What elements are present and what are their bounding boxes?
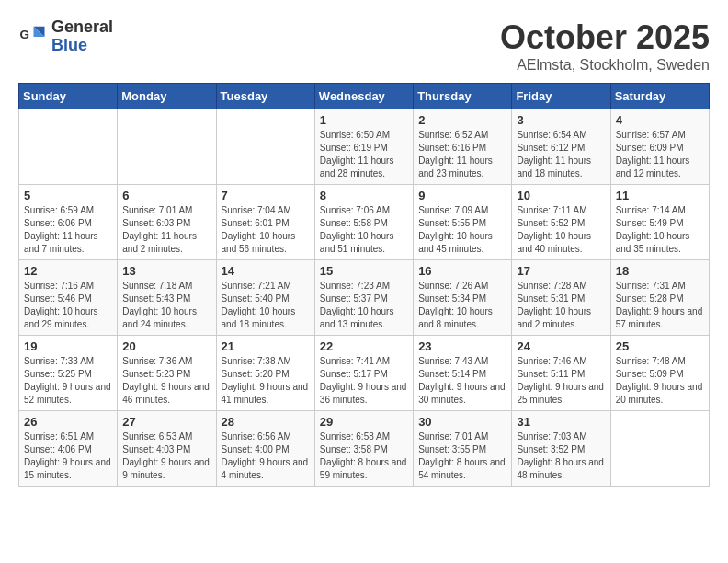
day-info: Sunrise: 7:01 AM Sunset: 6:03 PM Dayligh… — [122, 204, 210, 256]
calendar-cell: 31Sunrise: 7:03 AM Sunset: 3:52 PM Dayli… — [512, 411, 610, 487]
day-info: Sunrise: 7:14 AM Sunset: 5:49 PM Dayligh… — [616, 204, 704, 256]
calendar-week-1: 1Sunrise: 6:50 AM Sunset: 6:19 PM Daylig… — [19, 109, 710, 185]
day-info: Sunrise: 7:26 AM Sunset: 5:34 PM Dayligh… — [418, 280, 506, 331]
day-number: 6 — [122, 189, 210, 202]
calendar-cell: 14Sunrise: 7:21 AM Sunset: 5:40 PM Dayli… — [216, 260, 314, 336]
day-number: 10 — [517, 189, 605, 202]
day-info: Sunrise: 7:06 AM Sunset: 5:58 PM Dayligh… — [320, 204, 408, 256]
weekday-header-thursday: Thursday — [414, 84, 512, 109]
calendar-week-5: 26Sunrise: 6:51 AM Sunset: 4:06 PM Dayli… — [19, 411, 710, 487]
title-area: October 2025 AElmsta, Stockholm, Sweden — [500, 18, 710, 74]
day-number: 28 — [222, 415, 310, 429]
calendar-cell: 13Sunrise: 7:18 AM Sunset: 5:43 PM Dayli… — [118, 260, 216, 336]
day-number: 14 — [222, 264, 310, 278]
calendar-cell: 23Sunrise: 7:43 AM Sunset: 5:14 PM Dayli… — [414, 336, 512, 411]
calendar-cell: 16Sunrise: 7:26 AM Sunset: 5:34 PM Dayli… — [414, 260, 512, 336]
calendar-week-4: 19Sunrise: 7:33 AM Sunset: 5:25 PM Dayli… — [19, 336, 710, 411]
day-number: 17 — [517, 264, 605, 278]
day-info: Sunrise: 7:21 AM Sunset: 5:40 PM Dayligh… — [222, 280, 310, 331]
day-number: 16 — [418, 264, 506, 278]
day-number: 20 — [122, 339, 210, 353]
day-number: 8 — [320, 189, 408, 202]
day-number: 19 — [24, 339, 112, 353]
day-number: 21 — [222, 339, 310, 353]
day-number: 5 — [24, 189, 112, 202]
day-number: 27 — [122, 415, 210, 429]
day-number: 24 — [517, 339, 605, 353]
calendar-cell — [118, 109, 216, 185]
calendar-cell: 19Sunrise: 7:33 AM Sunset: 5:25 PM Dayli… — [19, 336, 118, 411]
weekday-header-sunday: Sunday — [19, 84, 118, 109]
day-info: Sunrise: 7:33 AM Sunset: 5:25 PM Dayligh… — [24, 355, 112, 407]
calendar-cell: 15Sunrise: 7:23 AM Sunset: 5:37 PM Dayli… — [314, 260, 413, 336]
calendar-cell: 7Sunrise: 7:04 AM Sunset: 6:01 PM Daylig… — [216, 185, 314, 260]
day-number: 18 — [616, 264, 704, 278]
day-info: Sunrise: 6:57 AM Sunset: 6:09 PM Dayligh… — [616, 129, 704, 180]
calendar-cell: 12Sunrise: 7:16 AM Sunset: 5:46 PM Dayli… — [19, 260, 118, 336]
day-info: Sunrise: 7:38 AM Sunset: 5:20 PM Dayligh… — [222, 355, 310, 407]
day-info: Sunrise: 7:41 AM Sunset: 5:17 PM Dayligh… — [320, 355, 408, 407]
calendar-cell: 30Sunrise: 7:01 AM Sunset: 3:55 PM Dayli… — [414, 411, 512, 487]
calendar-cell: 17Sunrise: 7:28 AM Sunset: 5:31 PM Dayli… — [512, 260, 610, 336]
calendar-title: October 2025 — [500, 18, 710, 57]
calendar-cell: 27Sunrise: 6:53 AM Sunset: 4:03 PM Dayli… — [118, 411, 216, 487]
day-info: Sunrise: 7:31 AM Sunset: 5:28 PM Dayligh… — [616, 280, 704, 331]
logo-general-text: General — [51, 17, 113, 36]
calendar-cell: 5Sunrise: 6:59 AM Sunset: 6:06 PM Daylig… — [19, 185, 118, 260]
day-number: 23 — [418, 339, 506, 353]
day-number: 26 — [24, 415, 112, 429]
day-number: 30 — [418, 415, 506, 429]
calendar-cell — [610, 411, 709, 487]
calendar-cell: 22Sunrise: 7:41 AM Sunset: 5:17 PM Dayli… — [314, 336, 413, 411]
svg-text:G: G — [20, 27, 30, 40]
day-number: 31 — [517, 415, 605, 429]
day-number: 25 — [616, 339, 704, 353]
calendar-cell: 6Sunrise: 7:01 AM Sunset: 6:03 PM Daylig… — [118, 185, 216, 260]
calendar-cell: 11Sunrise: 7:14 AM Sunset: 5:49 PM Dayli… — [610, 185, 709, 260]
day-number: 11 — [616, 189, 704, 202]
calendar-cell: 26Sunrise: 6:51 AM Sunset: 4:06 PM Dayli… — [19, 411, 118, 487]
logo-icon: G — [18, 23, 46, 51]
calendar-cell: 8Sunrise: 7:06 AM Sunset: 5:58 PM Daylig… — [314, 185, 413, 260]
weekday-header-saturday: Saturday — [610, 84, 709, 109]
calendar-cell: 24Sunrise: 7:46 AM Sunset: 5:11 PM Dayli… — [512, 336, 610, 411]
calendar-cell: 2Sunrise: 6:52 AM Sunset: 6:16 PM Daylig… — [414, 109, 512, 185]
day-number: 13 — [122, 264, 210, 278]
day-info: Sunrise: 7:18 AM Sunset: 5:43 PM Dayligh… — [122, 280, 210, 331]
day-info: Sunrise: 7:03 AM Sunset: 3:52 PM Dayligh… — [517, 431, 605, 482]
day-info: Sunrise: 6:51 AM Sunset: 4:06 PM Dayligh… — [24, 431, 112, 482]
day-info: Sunrise: 7:23 AM Sunset: 5:37 PM Dayligh… — [320, 280, 408, 331]
weekday-header-row: SundayMondayTuesdayWednesdayThursdayFrid… — [19, 84, 710, 109]
calendar-cell: 29Sunrise: 6:58 AM Sunset: 3:58 PM Dayli… — [314, 411, 413, 487]
weekday-header-friday: Friday — [512, 84, 610, 109]
weekday-header-wednesday: Wednesday — [314, 84, 413, 109]
calendar-cell — [216, 109, 314, 185]
calendar-body: 1Sunrise: 6:50 AM Sunset: 6:19 PM Daylig… — [19, 109, 710, 487]
day-number: 7 — [222, 189, 310, 202]
day-info: Sunrise: 6:50 AM Sunset: 6:19 PM Dayligh… — [320, 129, 408, 180]
logo-blue-text: Blue — [51, 36, 87, 54]
calendar-cell: 25Sunrise: 7:48 AM Sunset: 5:09 PM Dayli… — [610, 336, 709, 411]
calendar-cell: 21Sunrise: 7:38 AM Sunset: 5:20 PM Dayli… — [216, 336, 314, 411]
day-number: 9 — [418, 189, 506, 202]
calendar-cell: 4Sunrise: 6:57 AM Sunset: 6:09 PM Daylig… — [610, 109, 709, 185]
day-info: Sunrise: 7:04 AM Sunset: 6:01 PM Dayligh… — [222, 204, 310, 256]
calendar-table: SundayMondayTuesdayWednesdayThursdayFrid… — [18, 83, 710, 487]
day-number: 29 — [320, 415, 408, 429]
calendar-cell: 1Sunrise: 6:50 AM Sunset: 6:19 PM Daylig… — [314, 109, 413, 185]
day-info: Sunrise: 6:58 AM Sunset: 3:58 PM Dayligh… — [320, 431, 408, 482]
day-info: Sunrise: 7:43 AM Sunset: 5:14 PM Dayligh… — [418, 355, 506, 407]
day-info: Sunrise: 7:09 AM Sunset: 5:55 PM Dayligh… — [418, 204, 506, 256]
calendar-week-2: 5Sunrise: 6:59 AM Sunset: 6:06 PM Daylig… — [19, 185, 710, 260]
weekday-header-monday: Monday — [118, 84, 216, 109]
calendar-cell: 20Sunrise: 7:36 AM Sunset: 5:23 PM Dayli… — [118, 336, 216, 411]
day-info: Sunrise: 6:54 AM Sunset: 6:12 PM Dayligh… — [517, 129, 605, 180]
weekday-header-tuesday: Tuesday — [216, 84, 314, 109]
day-number: 1 — [320, 113, 408, 127]
day-info: Sunrise: 6:53 AM Sunset: 4:03 PM Dayligh… — [122, 431, 210, 482]
day-info: Sunrise: 7:16 AM Sunset: 5:46 PM Dayligh… — [24, 280, 112, 331]
day-number: 3 — [517, 113, 605, 127]
day-number: 22 — [320, 339, 408, 353]
calendar-cell: 18Sunrise: 7:31 AM Sunset: 5:28 PM Dayli… — [610, 260, 709, 336]
day-number: 12 — [24, 264, 112, 278]
